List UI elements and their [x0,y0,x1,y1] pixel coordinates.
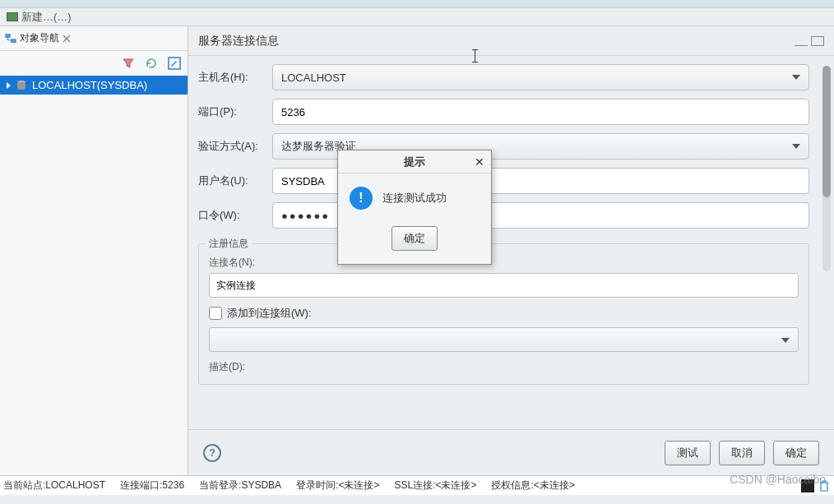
alert-body: ! 连接测试成功 [338,173,491,218]
alert-header: 提示 ✕ [338,150,491,173]
dialog-footer: ? 测试 取消 确定 [188,429,834,475]
row-auth: 验证方式(A): 达梦服务器验证 [198,133,809,160]
label-pass: 口令(W): [198,208,272,223]
alert-title: 提示 [404,155,425,169]
register-fieldset: 注册信息 连接名(N): 添加到连接组(W): 描述(D): [198,243,809,385]
alert-ok-button[interactable]: 确定 [392,226,438,251]
main-toolbar: 新建…(…) [0,8,834,26]
content-header: 服务器连接信息 [188,26,834,56]
help-icon[interactable]: ? [203,444,221,462]
tree-item-label: LOCALHOST(SYSDBA) [32,79,147,91]
host-value: LOCALHOST [281,72,346,84]
trash-icon[interactable] [819,480,829,492]
label-user: 用户名(U): [198,173,272,188]
label-host: 主机名(H): [198,70,272,85]
add-group-checkbox[interactable] [209,307,222,320]
status-login-time: 登录时间:<未连接> [296,479,379,492]
maximize-icon[interactable] [811,36,824,46]
status-port: 连接端口:5236 [120,479,184,492]
footer-buttons: 测试 取消 确定 [665,441,819,465]
row-pass: 口令(W): ●●●●●● [198,202,809,229]
host-dropdown[interactable]: LOCALHOST [272,64,809,90]
test-button[interactable]: 测试 [665,441,711,465]
window-top-strip [0,0,834,8]
chevron-down-icon [781,338,790,343]
edit-icon[interactable] [168,57,181,70]
svg-rect-1 [12,39,16,42]
group-dropdown[interactable] [209,327,799,352]
minimize-icon[interactable] [795,36,808,46]
new-file-icon [7,12,18,21]
scrollbar-thumb[interactable] [822,66,831,197]
svg-rect-0 [6,34,10,37]
alert-message: 连接测试成功 [382,191,447,206]
filter-icon[interactable] [122,57,135,70]
content-panel: 服务器连接信息 主机名(H): LOCALHOST 端口(P): [188,26,834,475]
add-group-label: 添加到连接组(W): [227,306,312,321]
status-site: 当前站点:LOCALHOST [3,479,105,492]
expand-arrow-icon [7,82,11,89]
row-user: 用户名(U): [198,168,809,194]
alert-footer: 确定 [338,218,491,264]
toolbar-new-label: 新建…(…) [21,10,72,25]
chevron-down-icon [792,144,800,149]
object-tree: LOCALHOST(SYSDBA) [0,76,188,95]
sidebar-toolbar [0,51,188,76]
scrollbar[interactable] [822,66,831,271]
add-group-row: 添加到连接组(W): [209,306,799,321]
page-title: 服务器连接信息 [198,34,279,49]
status-bar: 当前站点:LOCALHOST 连接端口:5236 当前登录:SYSDBA 登录时… [0,475,834,495]
sidebar: 对象导航 LOCALHOST(SYSDBA) [0,26,188,475]
status-ssl: SSL连接:<未连接> [394,479,476,492]
ok-button[interactable]: 确定 [773,441,819,465]
port-field[interactable] [272,99,809,125]
conn-name-input[interactable] [209,273,799,298]
text-cursor-icon [475,49,475,62]
close-icon[interactable]: ✕ [475,155,484,169]
row-port: 端口(P): [198,99,809,125]
port-input[interactable] [281,106,800,118]
status-login: 当前登录:SYSDBA [199,479,281,492]
refresh-icon[interactable] [145,57,158,70]
form-area: 主机名(H): LOCALHOST 端口(P): 验证方式(A): 达梦服务器 [188,56,834,429]
label-port: 端口(P): [198,104,272,119]
sidebar-tab-label: 对象导航 [20,31,59,45]
label-auth: 验证方式(A): [198,139,272,154]
desc-label: 描述(D): [209,360,799,374]
tree-item-localhost[interactable]: LOCALHOST(SYSDBA) [0,76,188,95]
row-host: 主机名(H): LOCALHOST [198,64,809,90]
database-icon [16,80,27,91]
info-icon: ! [350,187,373,210]
sidebar-tab-bar: 对象导航 [0,26,188,51]
status-auth: 授权信息:<未连接> [491,479,574,492]
pass-value: ●●●●●● [281,210,330,222]
nav-tree-icon [5,33,16,44]
conn-name-label: 连接名(N): [209,256,799,270]
chevron-down-icon [792,75,800,80]
close-icon[interactable] [63,35,71,43]
cancel-button[interactable]: 取消 [719,441,765,465]
window-controls [795,36,824,46]
alert-dialog: 提示 ✕ ! 连接测试成功 确定 [337,150,492,265]
toolbar-new-item[interactable]: 新建…(…) [7,10,72,25]
register-legend: 注册信息 [206,237,252,251]
status-indicator-icon [801,479,814,492]
